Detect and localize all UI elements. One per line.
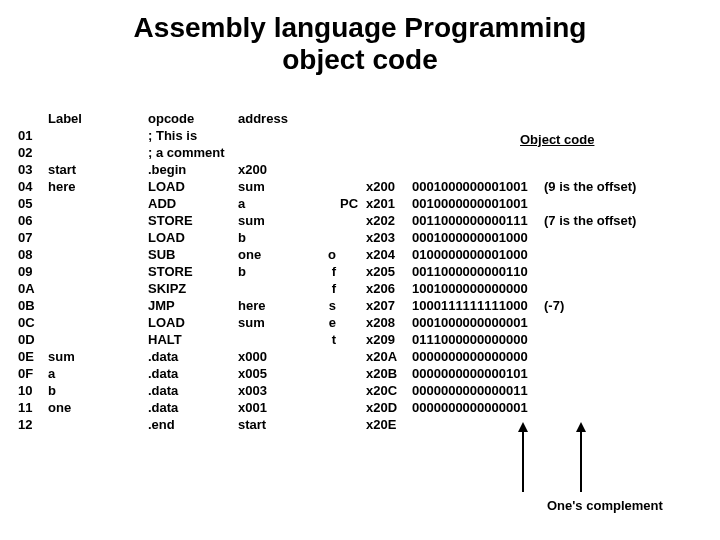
title-line1: Assembly language Programming bbox=[134, 12, 587, 43]
arrow-line-left bbox=[522, 430, 524, 492]
note-column: (9 is the offset) (7 is the offset) (-7) bbox=[544, 110, 636, 433]
binary-column: 0001000000001001 0010000000001001 001100… bbox=[412, 110, 544, 433]
memory-address-column: x200 x201 x202 x203 x204 x205 x206 x207 … bbox=[366, 110, 412, 433]
offset-word-column: o f f s e t bbox=[318, 110, 340, 433]
arrow-head-right bbox=[576, 422, 586, 432]
label-column: Label start here sum a b one bbox=[48, 110, 148, 433]
line-number-column: 01 02 03 04 05 06 07 08 09 0A 0B 0C 0D 0… bbox=[18, 110, 48, 433]
address-column: address x200 sum a sum b one b here sum … bbox=[238, 110, 318, 433]
pc-column: PC bbox=[340, 110, 366, 433]
code-listing: 01 02 03 04 05 06 07 08 09 0A 0B 0C 0D 0… bbox=[18, 110, 636, 433]
arrow-head-left bbox=[518, 422, 528, 432]
opcode-column: opcode ; This is ; a comment .begin LOAD… bbox=[148, 110, 238, 433]
object-code-header: Object code bbox=[520, 132, 594, 147]
title-line2: object code bbox=[282, 44, 438, 75]
ones-complement-label: One's complement bbox=[547, 498, 663, 513]
arrow-line-right bbox=[580, 430, 582, 492]
slide-title: Assembly language Programming object cod… bbox=[0, 12, 720, 76]
